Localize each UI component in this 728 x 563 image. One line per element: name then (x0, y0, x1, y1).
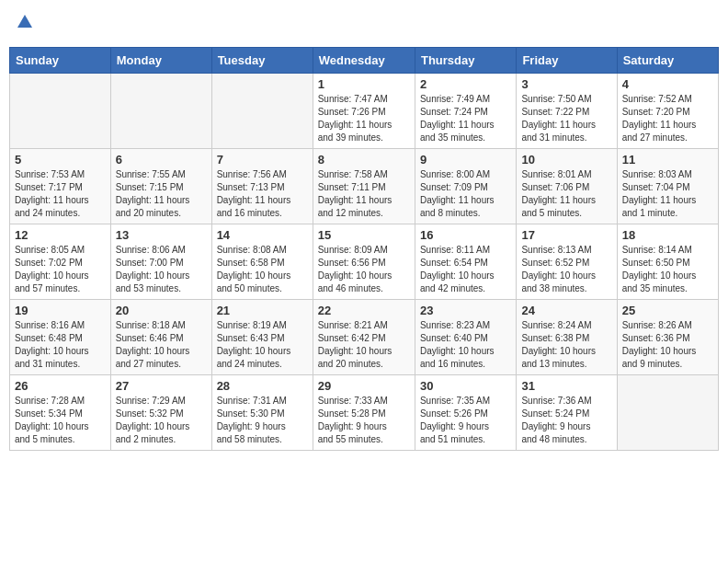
weekday-header-monday: Monday (110, 48, 211, 74)
calendar-cell: 2Sunrise: 7:49 AM Sunset: 7:24 PM Daylig… (415, 74, 516, 149)
day-number: 28 (217, 379, 308, 393)
calendar-cell: 10Sunrise: 8:01 AM Sunset: 7:06 PM Dayli… (517, 149, 617, 224)
day-number: 26 (15, 379, 106, 393)
day-info: Sunrise: 8:16 AM Sunset: 6:48 PM Dayligh… (15, 319, 106, 371)
day-info: Sunrise: 7:36 AM Sunset: 5:24 PM Dayligh… (521, 395, 611, 446)
day-number: 19 (15, 304, 106, 317)
calendar-cell: 8Sunrise: 7:58 AM Sunset: 7:11 PM Daylig… (313, 149, 415, 224)
calendar-cell (617, 375, 718, 451)
calendar-cell: 19Sunrise: 8:16 AM Sunset: 6:48 PM Dayli… (10, 300, 111, 375)
day-info: Sunrise: 8:05 AM Sunset: 7:02 PM Dayligh… (15, 244, 106, 295)
week-row-1: 1Sunrise: 7:47 AM Sunset: 7:26 PM Daylig… (10, 74, 719, 149)
calendar-cell: 21Sunrise: 8:19 AM Sunset: 6:43 PM Dayli… (211, 300, 313, 375)
calendar-cell: 25Sunrise: 8:26 AM Sunset: 6:36 PM Dayli… (617, 300, 718, 375)
day-info: Sunrise: 8:18 AM Sunset: 6:46 PM Dayligh… (116, 319, 207, 371)
logo-icon (16, 13, 34, 31)
day-info: Sunrise: 8:23 AM Sunset: 6:40 PM Dayligh… (420, 319, 511, 371)
day-number: 14 (217, 228, 308, 242)
calendar-cell: 1Sunrise: 7:47 AM Sunset: 7:26 PM Daylig… (313, 74, 415, 149)
day-info: Sunrise: 7:49 AM Sunset: 7:24 PM Dayligh… (420, 93, 511, 144)
calendar-cell (211, 74, 313, 149)
day-number: 20 (116, 304, 207, 317)
calendar-cell (10, 74, 111, 149)
day-number: 13 (116, 228, 207, 242)
day-number: 22 (318, 304, 410, 317)
weekday-header-thursday: Thursday (415, 48, 516, 74)
calendar-cell: 15Sunrise: 8:09 AM Sunset: 6:56 PM Dayli… (313, 224, 415, 300)
calendar-cell: 26Sunrise: 7:28 AM Sunset: 5:34 PM Dayli… (10, 375, 111, 451)
day-info: Sunrise: 7:28 AM Sunset: 5:34 PM Dayligh… (15, 395, 106, 446)
calendar-cell: 5Sunrise: 7:53 AM Sunset: 7:17 PM Daylig… (10, 149, 111, 224)
day-info: Sunrise: 8:19 AM Sunset: 6:43 PM Dayligh… (217, 319, 308, 371)
calendar-cell (110, 74, 211, 149)
day-info: Sunrise: 7:50 AM Sunset: 7:22 PM Dayligh… (521, 93, 611, 144)
day-number: 31 (521, 379, 611, 393)
day-info: Sunrise: 8:00 AM Sunset: 7:09 PM Dayligh… (420, 168, 511, 220)
calendar-cell: 24Sunrise: 8:24 AM Sunset: 6:38 PM Dayli… (517, 300, 617, 375)
weekday-header-tuesday: Tuesday (211, 48, 313, 74)
day-info: Sunrise: 7:53 AM Sunset: 7:17 PM Dayligh… (15, 168, 106, 220)
day-number: 24 (521, 304, 611, 317)
logo-text (15, 13, 34, 36)
calendar-table: SundayMondayTuesdayWednesdayThursdayFrid… (9, 47, 719, 451)
day-number: 10 (521, 153, 611, 167)
day-number: 23 (420, 304, 511, 317)
week-row-2: 5Sunrise: 7:53 AM Sunset: 7:17 PM Daylig… (10, 149, 719, 224)
calendar-cell: 17Sunrise: 8:13 AM Sunset: 6:52 PM Dayli… (517, 224, 617, 300)
day-info: Sunrise: 8:01 AM Sunset: 7:06 PM Dayligh… (521, 168, 611, 220)
calendar-cell: 12Sunrise: 8:05 AM Sunset: 7:02 PM Dayli… (10, 224, 111, 300)
calendar-cell: 13Sunrise: 8:06 AM Sunset: 7:00 PM Dayli… (110, 224, 211, 300)
calendar-cell: 28Sunrise: 7:31 AM Sunset: 5:30 PM Dayli… (211, 375, 313, 451)
calendar-cell: 14Sunrise: 8:08 AM Sunset: 6:58 PM Dayli… (211, 224, 313, 300)
day-number: 16 (420, 228, 511, 242)
day-info: Sunrise: 8:26 AM Sunset: 6:36 PM Dayligh… (622, 319, 713, 371)
day-info: Sunrise: 8:03 AM Sunset: 7:04 PM Dayligh… (622, 168, 713, 220)
day-number: 5 (15, 153, 106, 167)
calendar-cell: 30Sunrise: 7:35 AM Sunset: 5:26 PM Dayli… (415, 375, 516, 451)
calendar-cell: 11Sunrise: 8:03 AM Sunset: 7:04 PM Dayli… (617, 149, 718, 224)
day-info: Sunrise: 7:31 AM Sunset: 5:30 PM Dayligh… (217, 395, 308, 446)
calendar-cell: 6Sunrise: 7:55 AM Sunset: 7:15 PM Daylig… (110, 149, 211, 224)
day-number: 30 (420, 379, 511, 393)
day-number: 1 (318, 77, 410, 91)
calendar-cell: 4Sunrise: 7:52 AM Sunset: 7:20 PM Daylig… (617, 74, 718, 149)
day-info: Sunrise: 8:13 AM Sunset: 6:52 PM Dayligh… (521, 244, 611, 295)
weekday-header-wednesday: Wednesday (313, 48, 415, 74)
day-info: Sunrise: 8:11 AM Sunset: 6:54 PM Dayligh… (420, 244, 511, 295)
day-number: 6 (116, 153, 207, 167)
svg-marker-0 (17, 15, 32, 28)
day-info: Sunrise: 7:33 AM Sunset: 5:28 PM Dayligh… (318, 395, 410, 446)
calendar-cell: 29Sunrise: 7:33 AM Sunset: 5:28 PM Dayli… (313, 375, 415, 451)
calendar-cell: 23Sunrise: 8:23 AM Sunset: 6:40 PM Dayli… (415, 300, 516, 375)
calendar-cell: 18Sunrise: 8:14 AM Sunset: 6:50 PM Dayli… (617, 224, 718, 300)
day-number: 4 (622, 77, 713, 91)
calendar-cell: 20Sunrise: 8:18 AM Sunset: 6:46 PM Dayli… (110, 300, 211, 375)
day-number: 29 (318, 379, 410, 393)
day-info: Sunrise: 7:47 AM Sunset: 7:26 PM Dayligh… (318, 93, 410, 144)
day-number: 9 (420, 153, 511, 167)
calendar-cell: 3Sunrise: 7:50 AM Sunset: 7:22 PM Daylig… (517, 74, 617, 149)
calendar-cell: 7Sunrise: 7:56 AM Sunset: 7:13 PM Daylig… (211, 149, 313, 224)
day-number: 15 (318, 228, 410, 242)
calendar-cell: 27Sunrise: 7:29 AM Sunset: 5:32 PM Dayli… (110, 375, 211, 451)
day-info: Sunrise: 8:08 AM Sunset: 6:58 PM Dayligh… (217, 244, 308, 295)
calendar-cell: 22Sunrise: 8:21 AM Sunset: 6:42 PM Dayli… (313, 300, 415, 375)
day-info: Sunrise: 8:21 AM Sunset: 6:42 PM Dayligh… (318, 319, 410, 371)
day-info: Sunrise: 7:56 AM Sunset: 7:13 PM Dayligh… (217, 168, 308, 220)
week-row-5: 26Sunrise: 7:28 AM Sunset: 5:34 PM Dayli… (10, 375, 719, 451)
day-info: Sunrise: 7:29 AM Sunset: 5:32 PM Dayligh… (116, 395, 207, 446)
day-info: Sunrise: 8:09 AM Sunset: 6:56 PM Dayligh… (318, 244, 410, 295)
day-info: Sunrise: 7:58 AM Sunset: 7:11 PM Dayligh… (318, 168, 410, 220)
calendar-cell: 16Sunrise: 8:11 AM Sunset: 6:54 PM Dayli… (415, 224, 516, 300)
calendar-body: 1Sunrise: 7:47 AM Sunset: 7:26 PM Daylig… (10, 74, 719, 451)
day-number: 21 (217, 304, 308, 317)
day-info: Sunrise: 8:14 AM Sunset: 6:50 PM Dayligh… (622, 244, 713, 295)
weekday-header-saturday: Saturday (617, 48, 718, 74)
week-row-4: 19Sunrise: 8:16 AM Sunset: 6:48 PM Dayli… (10, 300, 719, 375)
day-info: Sunrise: 7:35 AM Sunset: 5:26 PM Dayligh… (420, 395, 511, 446)
day-info: Sunrise: 7:52 AM Sunset: 7:20 PM Dayligh… (622, 93, 713, 144)
calendar-cell: 31Sunrise: 7:36 AM Sunset: 5:24 PM Dayli… (517, 375, 617, 451)
day-number: 12 (15, 228, 106, 242)
day-number: 17 (521, 228, 611, 242)
day-number: 27 (116, 379, 207, 393)
